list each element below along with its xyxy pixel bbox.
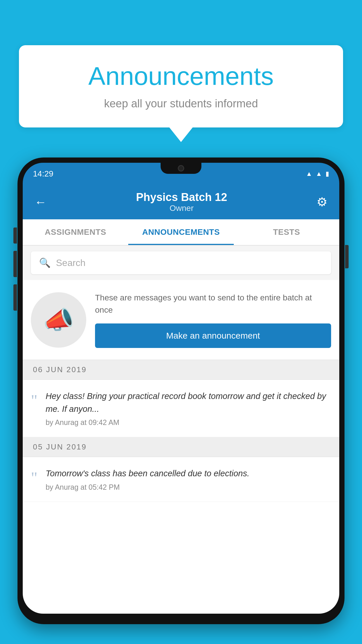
header-title: Physics Batch 12: [136, 191, 227, 204]
announcement-icon-circle: 📣: [31, 292, 86, 348]
battery-icon: ▮: [326, 170, 329, 178]
announcement-item-1: " Hey class! Bring your practical record…: [23, 380, 339, 437]
search-container: 🔍 Search: [23, 246, 339, 280]
phone-notch: [161, 163, 201, 174]
tab-assignments[interactable]: ASSIGNMENTS: [23, 219, 128, 245]
wifi-icon: ▲: [306, 170, 312, 178]
announcement-item-2: " Tomorrow's class has been cancelled du…: [23, 457, 339, 502]
status-icons: ▲ ▲ ▮: [306, 170, 329, 178]
speech-bubble: Announcements keep all your students inf…: [19, 45, 343, 127]
app-header: ← Physics Batch 12 Owner ⚙: [23, 185, 339, 219]
announcement-text-2: Tomorrow's class has been cancelled due …: [45, 467, 331, 480]
date-separator-1: 06 JUN 2019: [23, 360, 339, 380]
announcement-meta-1: by Anurag at 09:42 AM: [45, 418, 331, 427]
search-bar[interactable]: 🔍 Search: [31, 251, 331, 274]
announcement-right: These are messages you want to send to t…: [95, 292, 331, 348]
silent-button: [13, 284, 17, 311]
volume-up-button: [13, 228, 17, 244]
speech-bubble-container: Announcements keep all your students inf…: [19, 45, 343, 142]
search-input-placeholder[interactable]: Search: [56, 258, 85, 268]
header-subtitle: Owner: [136, 204, 227, 213]
back-button[interactable]: ←: [34, 195, 47, 209]
header-title-block: Physics Batch 12 Owner: [136, 191, 227, 213]
make-announcement-button[interactable]: Make an announcement: [95, 323, 331, 348]
bubble-title: Announcements: [36, 61, 326, 91]
date-separator-2: 05 JUN 2019: [23, 437, 339, 457]
speech-bubble-tail: [169, 127, 193, 142]
tab-announcements[interactable]: ANNOUNCEMENTS: [128, 219, 234, 245]
phone-screen: ← Physics Batch 12 Owner ⚙ ASSIGNMENTS A…: [23, 185, 339, 614]
front-camera: [178, 165, 184, 172]
quote-icon-2: ": [31, 467, 37, 486]
signal-icon: ▲: [316, 170, 322, 178]
tabs-bar: ASSIGNMENTS ANNOUNCEMENTS TESTS: [23, 219, 339, 246]
phone-frame: 14:29 ▲ ▲ ▮ ← Physics Batch 12 Owner ⚙: [17, 158, 345, 624]
status-time: 14:29: [33, 169, 53, 178]
announcement-text-1: Hey class! Bring your practical record b…: [45, 390, 331, 415]
tab-tests[interactable]: TESTS: [234, 219, 339, 245]
search-icon: 🔍: [39, 257, 51, 268]
announcement-description: These are messages you want to send to t…: [95, 292, 331, 316]
volume-down-button: [13, 251, 17, 277]
announcement-prompt: 📣 These are messages you want to send to…: [23, 280, 339, 360]
power-button: [345, 245, 349, 268]
bubble-subtitle: keep all your students informed: [36, 97, 326, 110]
settings-button[interactable]: ⚙: [317, 195, 328, 209]
announcement-content-2: Tomorrow's class has been cancelled due …: [45, 467, 331, 491]
announcement-meta-2: by Anurag at 05:42 PM: [45, 483, 331, 491]
announcement-content-1: Hey class! Bring your practical record b…: [45, 390, 331, 427]
phone-container: 14:29 ▲ ▲ ▮ ← Physics Batch 12 Owner ⚙: [17, 158, 345, 644]
status-bar: 14:29 ▲ ▲ ▮: [23, 163, 339, 185]
quote-icon-1: ": [31, 390, 37, 408]
megaphone-icon: 📣: [43, 305, 74, 335]
